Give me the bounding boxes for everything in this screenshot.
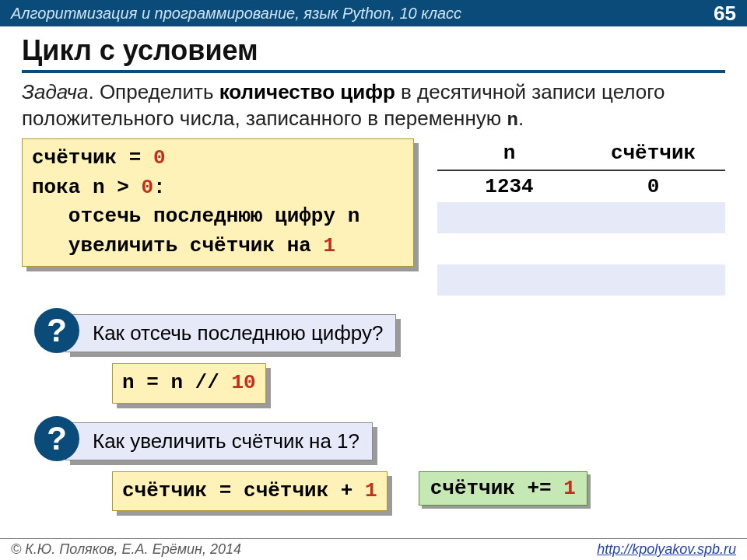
trace-header-n: n bbox=[437, 138, 581, 170]
question-mark-icon: ? bbox=[34, 416, 79, 461]
top-bar: Алгоритмизация и программирование, язык … bbox=[0, 0, 747, 26]
question-block-1: ? Как отсечь последнюю цифру? bbox=[65, 314, 725, 352]
table-row bbox=[437, 264, 725, 296]
trace-header: n счётчик bbox=[437, 138, 725, 171]
question-text: Как увеличить счётчик на 1? bbox=[65, 422, 373, 460]
trace-header-counter: счётчик bbox=[581, 138, 725, 170]
footer: © К.Ю. Поляков, Е.А. Ерёмин, 2014 http:/… bbox=[0, 538, 747, 560]
course-title: Алгоритмизация и программирование, язык … bbox=[11, 5, 461, 23]
slide-title: Цикл с условием bbox=[22, 34, 725, 73]
task-label: Задача bbox=[22, 80, 88, 103]
question-mark-icon: ? bbox=[34, 308, 79, 353]
question-block-2: ? Как увеличить счётчик на 1? bbox=[65, 422, 725, 460]
trace-table: n счётчик 1234 0 bbox=[437, 138, 725, 296]
table-row bbox=[437, 202, 725, 233]
task-var: n bbox=[507, 110, 518, 131]
page-number: 65 bbox=[714, 2, 736, 26]
pseudocode-block: счётчик = 0 пока n > 0: отсечь последнюю… bbox=[22, 138, 414, 267]
code-cut-digit: n = n // 10 bbox=[112, 363, 266, 404]
footer-url: http://kpolyakov.spb.ru bbox=[597, 541, 736, 558]
slide-title-block: Цикл с условием bbox=[0, 26, 747, 75]
footer-authors: © К.Ю. Поляков, Е.А. Ерёмин, 2014 bbox=[11, 541, 241, 558]
table-row: 1234 0 bbox=[437, 171, 725, 202]
table-row bbox=[437, 233, 725, 264]
question-text: Как отсечь последнюю цифру? bbox=[65, 314, 396, 352]
code-increment-long: счётчик = счётчик + 1 bbox=[112, 471, 388, 512]
code-increment-short: счётчик += 1 bbox=[419, 471, 587, 506]
task-bold: количество цифр bbox=[219, 80, 395, 103]
task-statement: Задача. Определить количество цифр в дес… bbox=[0, 75, 747, 138]
